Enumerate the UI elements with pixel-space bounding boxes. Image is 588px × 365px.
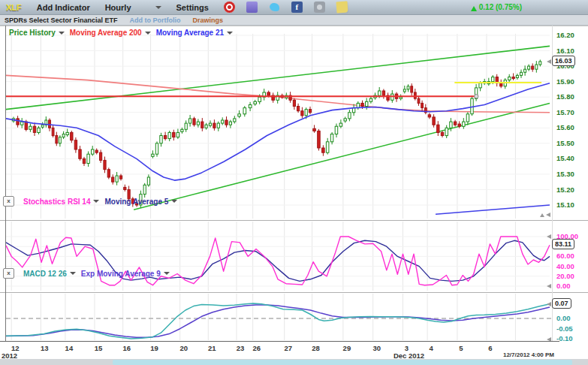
svg-text:13: 13 <box>41 344 49 352</box>
cube-icon[interactable] <box>246 2 258 13</box>
symbol-label[interactable]: XLF <box>6 3 22 12</box>
svg-text:12/7/2012 4:00 PM: 12/7/2012 4:00 PM <box>503 351 554 358</box>
svg-text:29: 29 <box>343 344 351 352</box>
svg-text:15.20: 15.20 <box>556 186 574 194</box>
ma5-label: Moving Average 5 <box>104 198 168 206</box>
up-arrow-icon <box>471 3 477 11</box>
svg-text:40.00: 40.00 <box>556 262 574 270</box>
chevron-down-icon <box>93 200 99 206</box>
svg-text:15: 15 <box>95 344 103 352</box>
settings-button[interactable]: Settings <box>176 3 209 12</box>
change-value: 0.12 (0.75%) <box>479 3 522 11</box>
time-scrollbar[interactable] <box>0 358 588 365</box>
svg-text:16.20: 16.20 <box>556 31 574 39</box>
clock-icon[interactable] <box>224 2 235 13</box>
svg-text:15.50: 15.50 <box>556 139 574 147</box>
charting-app-window: XLF Add Indicator Hourly Settings f 0.12… <box>0 0 588 365</box>
macd-value-badge: 0.07 <box>552 298 571 309</box>
camera-icon[interactable] <box>314 2 325 13</box>
ma200-label: Moving Average 200 <box>70 29 142 37</box>
close-macd-button[interactable]: x <box>3 268 14 279</box>
svg-text:15.80: 15.80 <box>556 92 574 101</box>
svg-text:28: 28 <box>312 344 320 352</box>
last-price-badge: 16.03 <box>552 56 575 66</box>
chevron-down-icon <box>164 272 170 278</box>
chevron-down-icon <box>155 6 161 12</box>
symbol-full-name: SPDRs Select Sector Financial ETF <box>5 17 118 24</box>
svg-text:0.00: 0.00 <box>556 314 571 322</box>
facebook-icon[interactable]: f <box>291 2 303 13</box>
add-indicator-button[interactable]: Add Indicator <box>37 3 90 12</box>
svg-text:60.00: 60.00 <box>556 252 574 260</box>
svg-text:16: 16 <box>122 344 131 352</box>
price-panel-header: Price History Moving Average 200 Moving … <box>9 29 233 37</box>
svg-text:6: 6 <box>488 344 492 352</box>
svg-text:27: 27 <box>284 344 292 352</box>
price-change-indicator: 0.12 (0.75%) <box>471 3 522 11</box>
svg-text:0.00: 0.00 <box>556 282 571 290</box>
svg-text:5: 5 <box>459 344 463 352</box>
ma21-label: Moving Average 21 <box>156 29 224 37</box>
chart-canvas[interactable]: 16.2016.1016.0015.9015.8015.7015.6015.50… <box>0 26 588 358</box>
chevron-down-icon <box>227 32 233 38</box>
svg-text:Dec 2012: Dec 2012 <box>394 351 424 358</box>
ma21-dropdown[interactable]: Moving Average 21 <box>156 29 233 37</box>
ma5-dropdown[interactable]: Moving Average 5 <box>104 198 177 206</box>
ma200-dropdown[interactable]: Moving Average 200 <box>70 29 151 37</box>
svg-text:26: 26 <box>252 344 261 352</box>
drawings-link[interactable]: Drawings <box>193 17 224 24</box>
symbol-info-bar: SPDRs Select Sector Financial ETF Add to… <box>0 15 588 26</box>
close-stochastics-button[interactable]: x <box>3 196 14 207</box>
stochastics-dropdown[interactable]: Stochastics RSI 14 <box>23 198 99 206</box>
chevron-down-icon <box>145 32 151 38</box>
chevron-down-icon <box>59 32 65 38</box>
toolbar: XLF Add Indicator Hourly Settings f 0.12… <box>0 0 588 15</box>
stochastics-value-badge: 83.11 <box>552 239 574 249</box>
svg-text:15.60: 15.60 <box>556 123 574 131</box>
chart-area: 16.2016.1016.0015.9015.8015.7015.6015.50… <box>0 26 588 358</box>
macd-panel-header: x MACD 12 26 Exp Moving Average 9 <box>3 268 170 279</box>
twitter-icon[interactable] <box>269 2 280 13</box>
svg-text:30: 30 <box>372 344 381 352</box>
ema9-dropdown[interactable]: Exp Moving Average 9 <box>81 270 170 278</box>
svg-text:20: 20 <box>179 344 188 352</box>
interval-label: Hourly <box>105 3 131 12</box>
svg-text:15.70: 15.70 <box>556 108 574 116</box>
svg-text:20.00: 20.00 <box>556 272 574 280</box>
macd-dropdown[interactable]: MACD 12 26 <box>23 270 76 278</box>
svg-text:4: 4 <box>429 344 433 352</box>
chevron-down-icon <box>70 272 76 278</box>
svg-text:23: 23 <box>237 344 245 352</box>
scrollbar-thumb[interactable] <box>113 360 572 365</box>
svg-text:-0.05: -0.05 <box>556 324 573 333</box>
price-history-dropdown[interactable]: Price History <box>9 29 65 37</box>
interval-dropdown[interactable]: Hourly <box>105 3 161 12</box>
stochastics-panel-header: x Stochastics RSI 14 Moving Average 5 <box>3 196 177 207</box>
macd-label: MACD 12 26 <box>23 270 67 278</box>
svg-text:15.10: 15.10 <box>556 201 574 209</box>
ema9-label: Exp Moving Average 9 <box>81 270 161 278</box>
svg-text:15.40: 15.40 <box>556 154 574 162</box>
chevron-down-icon <box>171 200 177 206</box>
toolbar-icons: f <box>224 2 348 13</box>
svg-text:21: 21 <box>208 344 216 352</box>
svg-text:14: 14 <box>65 344 74 352</box>
svg-text:19: 19 <box>150 344 158 352</box>
svg-text:15.30: 15.30 <box>556 170 574 178</box>
svg-text:16.10: 16.10 <box>556 47 574 55</box>
note-icon[interactable] <box>336 1 348 13</box>
svg-text:15.90: 15.90 <box>556 77 574 86</box>
stochastics-label: Stochastics RSI 14 <box>23 198 90 206</box>
add-to-portfolio-link[interactable]: Add to Portfolio <box>130 17 181 24</box>
price-history-label: Price History <box>9 29 56 37</box>
svg-text:2012: 2012 <box>2 351 17 358</box>
